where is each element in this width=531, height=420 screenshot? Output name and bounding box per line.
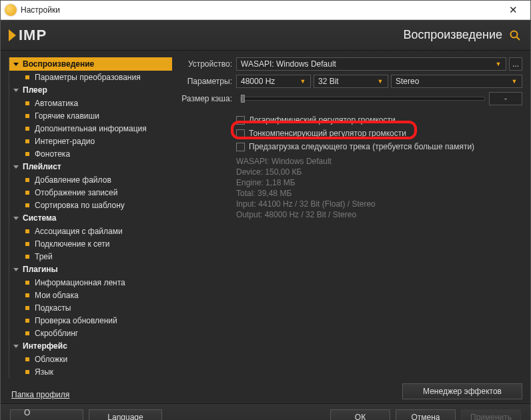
effects-manager-button[interactable]: Менеджер эффектов — [402, 383, 522, 399]
checkbox-icon[interactable] — [236, 129, 245, 138]
bit-depth-value: 32 Bit — [318, 77, 339, 86]
item-label: Интернет-радио — [35, 137, 95, 146]
item-label: Обложки — [35, 355, 67, 364]
item-label: Язык — [35, 367, 53, 377]
profile-folder-link[interactable]: Папка профиля — [9, 390, 172, 399]
cache-row: Размер кэша: - — [179, 92, 522, 105]
effects-manager-wrap: Менеджер эффектов — [402, 383, 522, 399]
titlebar: Настройки ✕ — [1, 1, 530, 20]
tree-item[interactable]: Отображение записей — [9, 186, 172, 199]
svg-point-0 — [511, 31, 518, 37]
header: IMP Воспроизведение — [1, 20, 530, 51]
tree-item[interactable]: Ассоциация с файлами — [9, 225, 172, 237]
chk-label: Логарифмический регулятор громкости — [249, 115, 396, 125]
tree-item[interactable]: Сортировка по шаблону — [9, 199, 172, 211]
bullet-icon — [25, 139, 29, 143]
item-label: Фонотека — [35, 149, 70, 159]
category-label: Интерфейс — [23, 341, 67, 351]
app-logo: IMP — [9, 27, 47, 44]
bit-depth-select[interactable]: 32 Bit ▼ — [314, 75, 388, 88]
chevron-down-icon: ▼ — [510, 78, 519, 85]
bullet-icon — [25, 75, 29, 79]
item-label: Дополнительная информация — [35, 124, 147, 133]
tree-item[interactable]: Автоматика — [9, 97, 172, 109]
tree-category[interactable]: Плагины — [9, 263, 172, 276]
tree-item[interactable]: Интернет-радио — [9, 135, 172, 147]
chevron-down-icon — [13, 63, 19, 66]
checkbox-loudness-comp[interactable]: Тонкомпенсирующий регулятор громкости — [236, 127, 522, 140]
info-line: Engine: 1,18 МБ — [236, 177, 522, 188]
cache-label: Размер кэша: — [179, 94, 232, 103]
close-button[interactable]: ✕ — [500, 1, 526, 19]
params-label: Параметры: — [179, 77, 232, 86]
tree-category[interactable]: Интерфейс — [9, 339, 172, 353]
device-select[interactable]: WASAPI: Windows Default ▼ — [236, 57, 506, 71]
checkbox-icon[interactable] — [236, 116, 245, 125]
bullet-icon — [25, 114, 29, 118]
bullet-icon — [25, 370, 29, 374]
checkbox-preload[interactable]: Предзагрузка следующего трека (требуется… — [236, 140, 522, 153]
item-label: Горячие клавиши — [35, 111, 99, 121]
bullet-icon — [25, 127, 29, 131]
section-title: Воспроизведение — [403, 28, 502, 42]
bullet-icon — [25, 191, 29, 195]
logo-text: IMP — [19, 27, 47, 44]
sample-rate-value: 48000 Hz — [241, 77, 275, 86]
cache-value: - — [489, 92, 522, 105]
bullet-icon — [25, 242, 29, 246]
tree-item[interactable]: Мои облака — [9, 289, 172, 301]
apply-button[interactable]: Применить — [461, 409, 521, 421]
language-button[interactable]: Language — [89, 409, 162, 421]
tree-item[interactable]: Проверка обновлений — [9, 314, 172, 327]
chk-label: Предзагрузка следующего трека (требуется… — [249, 142, 474, 151]
channels-select[interactable]: Stereo ▼ — [391, 75, 522, 88]
bullet-icon — [25, 101, 29, 105]
bullet-icon — [25, 357, 29, 361]
tree-category[interactable]: Плеер — [9, 83, 172, 97]
tree-item[interactable]: Трей — [9, 250, 172, 263]
ok-button[interactable]: ОК — [330, 409, 390, 421]
item-label: Автоматика — [35, 99, 78, 108]
bullet-icon — [25, 152, 29, 156]
svg-line-1 — [517, 37, 520, 40]
search-icon[interactable] — [509, 29, 521, 41]
body: IMP Воспроизведение ВоспроизведениеПарам… — [1, 20, 530, 420]
tree-item[interactable]: Язык — [9, 365, 172, 378]
bullet-icon — [25, 178, 29, 182]
device-more-button[interactable]: ... — [509, 57, 522, 71]
tree-category[interactable]: Плейлист — [9, 160, 172, 173]
checkbox-log-volume[interactable]: Логарифмический регулятор громкости — [236, 113, 522, 127]
checkbox-icon[interactable] — [236, 143, 245, 151]
tree-item[interactable]: Горячие клавиши — [9, 109, 172, 122]
item-label: Скробблинг — [35, 329, 78, 338]
sidebar: ВоспроизведениеПараметры преобразованияП… — [9, 57, 172, 399]
tree-item[interactable]: Фонотека — [9, 147, 172, 160]
device-row: Устройство: WASAPI: Windows Default ▼ ..… — [179, 57, 522, 71]
item-label: Подключение к сети — [35, 239, 109, 249]
info-line: Output: 48000 Hz / 32 Bit / Stereo — [236, 209, 522, 220]
window-title: Настройки — [21, 5, 500, 15]
bullet-icon — [25, 331, 29, 335]
about-button[interactable]: О программе — [10, 409, 83, 421]
bullet-icon — [25, 306, 29, 310]
item-label: Добавление файлов — [35, 175, 111, 185]
logo-triangle-icon — [9, 29, 16, 41]
info-line: Device: 150,00 КБ — [236, 167, 522, 177]
tree-item[interactable]: Подключение к сети — [9, 237, 172, 250]
cache-slider[interactable] — [240, 97, 485, 101]
slider-thumb[interactable] — [241, 95, 245, 103]
tree-item[interactable]: Добавление файлов — [9, 173, 172, 186]
category-label: Система — [23, 213, 57, 223]
bullet-icon — [25, 203, 29, 207]
tree-item[interactable]: Параметры преобразования — [9, 71, 172, 83]
info-line: Input: 44100 Hz / 32 Bit (Float) / Stere… — [236, 199, 522, 209]
tree-item[interactable]: Обложки — [9, 353, 172, 365]
tree-item[interactable]: Дополнительная информация — [9, 122, 172, 135]
tree-item[interactable]: Подкасты — [9, 301, 172, 314]
cancel-button[interactable]: Отмена — [396, 409, 456, 421]
tree-item[interactable]: Скробблинг — [9, 327, 172, 339]
tree-category[interactable]: Система — [9, 211, 172, 225]
tree-item[interactable]: Информационная лента — [9, 276, 172, 289]
sample-rate-select[interactable]: 48000 Hz ▼ — [236, 75, 311, 88]
tree-category[interactable]: Воспроизведение — [9, 57, 172, 71]
